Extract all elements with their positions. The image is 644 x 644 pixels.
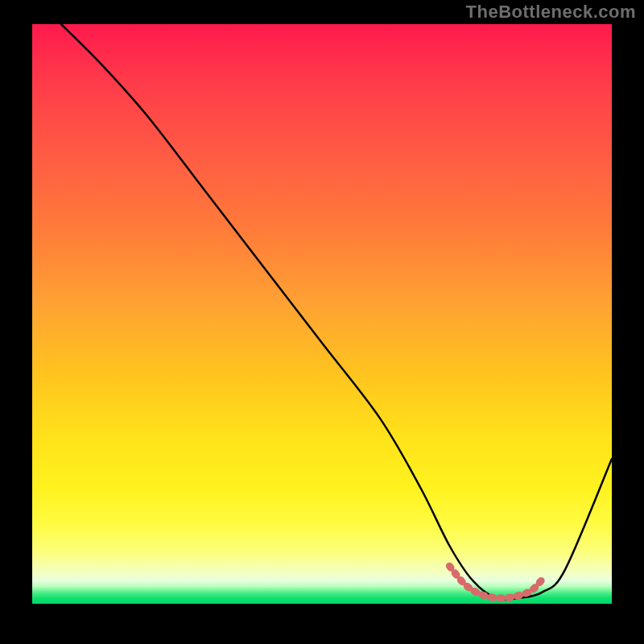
chart-plot-area xyxy=(32,24,612,604)
optimal-range-highlight-path xyxy=(449,566,542,598)
watermark-text: TheBottleneck.com xyxy=(466,2,636,23)
chart-svg xyxy=(32,24,612,604)
bottleneck-curve-path xyxy=(61,24,612,600)
